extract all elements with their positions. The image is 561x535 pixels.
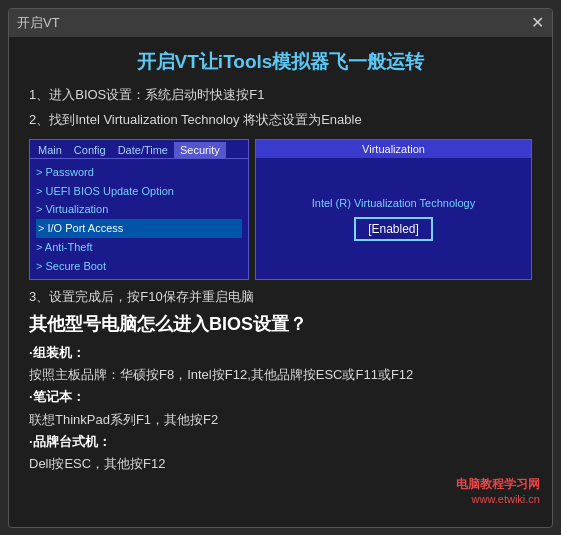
bullet-text-0: 按照主板品牌：华硕按F8，Intel按F12,其他品牌按ESC或F11或F12: [29, 367, 413, 382]
close-button[interactable]: ✕: [531, 15, 544, 31]
other-bios-title: 其他型号电脑怎么进入BIOS设置？: [29, 312, 532, 336]
bullet-text-2: Dell按ESC，其他按F12: [29, 456, 166, 471]
bios-item-antitheft: > Anti-Theft: [36, 241, 93, 253]
watermark-line1: 电脑教程学习网: [456, 476, 540, 493]
bios-tab-config[interactable]: Config: [68, 142, 112, 158]
bullet-text-1: 联想ThinkPad系列F1，其他按F2: [29, 412, 218, 427]
dialog-title: 开启VT: [17, 14, 60, 32]
bullet-section: ·组装机： 按照主板品牌：华硕按F8，Intel按F12,其他品牌按ESC或F1…: [29, 342, 532, 475]
main-dialog: 开启VT ✕ 开启VT让iTools模拟器飞一般运转 1、进入BIOS设置：系统…: [8, 8, 553, 528]
bios-item-secureboot: > Secure Boot: [36, 260, 106, 272]
bios-right-content: Intel (R) Virtualization Technology [Ena…: [256, 158, 531, 279]
title-bar: 开启VT ✕: [9, 9, 552, 37]
bios-right-header: Virtualization: [256, 140, 531, 158]
bullet-label-1: ·笔记本：: [29, 389, 85, 404]
watermark: 电脑教程学习网 www.etwiki.cn: [456, 476, 540, 505]
dialog-body: 开启VT让iTools模拟器飞一般运转 1、进入BIOS设置：系统启动时快速按F…: [9, 37, 552, 527]
step3-text: 3、设置完成后，按F10保存并重启电脑: [29, 288, 532, 306]
step1-text: 1、进入BIOS设置：系统启动时快速按F1: [29, 85, 532, 106]
bios-vt-label: Intel (R) Virtualization Technology: [312, 197, 475, 209]
bios-item-uefi: > UEFI BIOS Update Option: [36, 185, 174, 197]
bullet-label-2: ·品牌台式机：: [29, 434, 111, 449]
bios-left-panel: Main Config Date/Time Security > Passwor…: [29, 139, 249, 280]
bios-left-content: > Password > UEFI BIOS Update Option > V…: [30, 159, 248, 279]
bios-tab-main[interactable]: Main: [32, 142, 68, 158]
bios-item-port-access: > I/O Port Access: [36, 219, 242, 238]
bios-item-virtualization: > Virtualization: [36, 203, 108, 215]
bios-screenshot: Main Config Date/Time Security > Passwor…: [29, 139, 532, 280]
step2-text: 2、找到Intel Virtualization Technoloy 将状态设置…: [29, 110, 532, 131]
bios-right-panel: Virtualization Intel (R) Virtualization …: [255, 139, 532, 280]
bios-tab-security[interactable]: Security: [174, 142, 226, 158]
bios-item-password: > Password: [36, 166, 94, 178]
main-title: 开启VT让iTools模拟器飞一般运转: [29, 49, 532, 75]
bullet-label-0: ·组装机：: [29, 345, 85, 360]
bios-tab-datetime[interactable]: Date/Time: [112, 142, 174, 158]
bios-tabs: Main Config Date/Time Security: [30, 140, 248, 159]
watermark-line2: www.etwiki.cn: [456, 493, 540, 505]
bios-enabled-badge: [Enabled]: [354, 217, 433, 241]
